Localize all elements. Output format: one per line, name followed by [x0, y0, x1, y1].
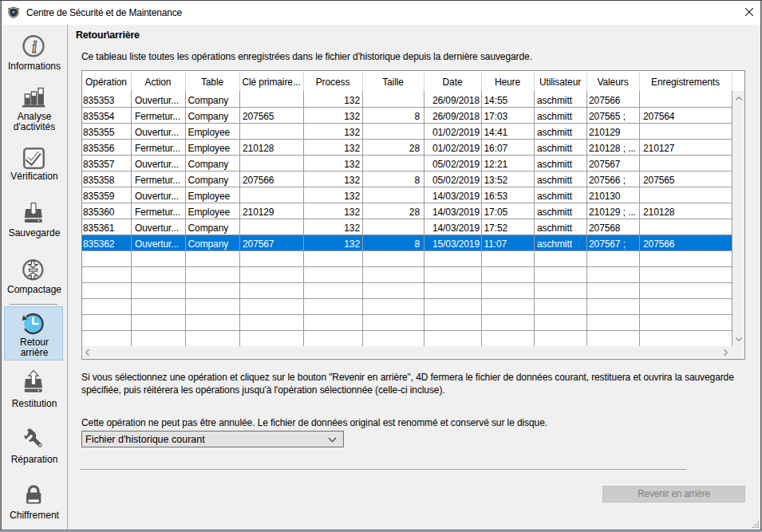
- svg-text:i: i: [32, 38, 37, 56]
